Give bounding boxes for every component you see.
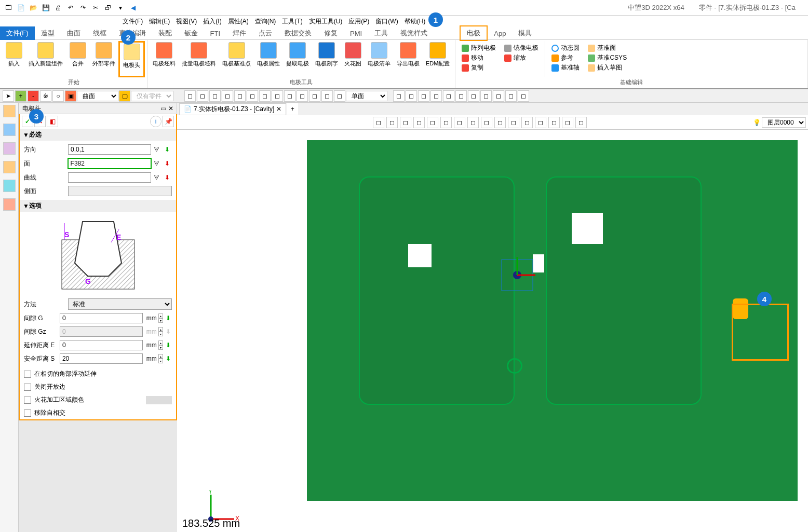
menu-edit[interactable]: 编辑(E) <box>146 17 173 26</box>
sidebar-box-icon[interactable] <box>3 161 16 173</box>
gapg-input[interactable] <box>60 313 143 323</box>
btn-copy[interactable]: 复制 <box>459 63 499 73</box>
v14-icon[interactable]: ◻ <box>548 117 560 128</box>
btn-extract[interactable]: 提取电极 <box>283 41 312 77</box>
spin-down[interactable]: ▾ <box>158 345 164 350</box>
t2-icon[interactable]: ◻ <box>197 90 208 102</box>
btn-dyncircle[interactable]: 动态圆 <box>548 43 583 53</box>
menu-window[interactable]: 窗口(W) <box>372 17 401 26</box>
v12-icon[interactable]: ◻ <box>521 117 533 128</box>
pick-icon[interactable]: ⬇ <box>163 173 172 182</box>
u6-icon[interactable]: ◻ <box>455 90 467 102</box>
panel-restore-icon[interactable]: ▭ <box>160 105 166 112</box>
v6-icon[interactable]: ◻ <box>440 117 452 128</box>
u10-icon[interactable]: ◻ <box>505 90 517 102</box>
menu-attr[interactable]: 属性(A) <box>225 17 252 26</box>
menu-help[interactable]: 帮助(H) <box>401 17 429 26</box>
v9-icon[interactable]: ◻ <box>481 117 492 128</box>
tab-close-icon[interactable]: ✕ <box>276 105 281 113</box>
curve-input[interactable] <box>68 172 151 183</box>
dropdown-icon[interactable]: ▾ <box>115 3 126 13</box>
pick-icon[interactable]: ⬇ <box>163 145 172 154</box>
btn-merge[interactable]: 合并 <box>66 41 89 77</box>
side-input[interactable] <box>68 186 172 196</box>
v15-icon[interactable]: ◻ <box>562 117 573 128</box>
t3-icon[interactable]: ◻ <box>209 90 221 102</box>
spin-up[interactable]: ▴ <box>158 313 164 318</box>
t1-icon[interactable]: ◻ <box>184 90 196 102</box>
dir-input[interactable] <box>68 144 151 155</box>
redo-icon[interactable]: ↷ <box>78 3 88 13</box>
btn-insert[interactable]: 插入 <box>2 41 25 77</box>
cut-icon[interactable]: ✂ <box>90 3 101 13</box>
btn-export[interactable]: 导出电极 <box>394 41 423 77</box>
tab-assy[interactable]: 装配 <box>152 26 178 40</box>
btn-blank[interactable]: 电极坯料 <box>150 41 179 77</box>
btn-axis[interactable]: 基准轴 <box>548 63 583 73</box>
tab-surface[interactable]: 曲面 <box>61 26 87 40</box>
panel-close-icon[interactable]: ✕ <box>168 105 173 112</box>
safe-input[interactable] <box>60 353 143 364</box>
check-remove[interactable] <box>24 410 31 417</box>
v1-icon[interactable]: ◻ <box>373 117 384 128</box>
btn-move[interactable]: 移动 <box>459 53 499 63</box>
section-options[interactable]: ▼ 选项 <box>20 200 176 212</box>
sidebar-chart-icon[interactable] <box>3 142 16 155</box>
apply-button[interactable]: ◧ <box>47 116 58 127</box>
gapgz-input[interactable] <box>60 326 143 337</box>
bulb-icon[interactable]: 💡 <box>753 119 761 126</box>
spin-down[interactable]: ▾ <box>158 332 164 336</box>
u5-icon[interactable]: ◻ <box>443 90 454 102</box>
check-color[interactable] <box>24 397 31 404</box>
t9-icon[interactable]: ◻ <box>284 90 295 102</box>
tab-shape[interactable]: 造型 <box>35 26 61 40</box>
v2-icon[interactable]: ◻ <box>386 117 398 128</box>
pick-icon[interactable]: ⬇ <box>164 340 172 350</box>
pick-icon[interactable]: ⬇ <box>163 159 172 168</box>
v7-icon[interactable]: ◻ <box>454 117 465 128</box>
sidebar-tree-icon[interactable] <box>3 124 16 136</box>
spin-up[interactable]: ▴ <box>158 327 164 332</box>
filter-select[interactable]: 曲面 <box>77 91 118 101</box>
back-icon[interactable]: ◀ <box>128 3 138 13</box>
save-icon[interactable]: 💾 <box>41 3 51 13</box>
menu-query[interactable]: 查询(N) <box>252 17 279 26</box>
spin-up[interactable]: ▴ <box>158 340 164 345</box>
chevron-icon[interactable]: ⩔ <box>153 159 162 168</box>
new-icon[interactable]: 📄 <box>16 3 26 13</box>
tab-pmi[interactable]: PMI <box>344 28 368 39</box>
menu-util[interactable]: 实用工具(U) <box>306 17 346 26</box>
u7-icon[interactable]: ◻ <box>468 90 479 102</box>
tab-mold[interactable]: 模具 <box>512 26 538 40</box>
u3-icon[interactable]: ◻ <box>418 90 429 102</box>
spin-down[interactable]: ▾ <box>158 318 164 323</box>
t11-icon[interactable]: ◻ <box>309 90 320 102</box>
t5-icon[interactable]: ◻ <box>234 90 246 102</box>
btn-attr[interactable]: 电极属性 <box>254 41 283 77</box>
v13-icon[interactable]: ◻ <box>535 117 546 128</box>
doc-tab[interactable]: 📄7.实体拆电极-01.Z3 - [Cavity]✕ <box>179 103 286 115</box>
ext-input[interactable] <box>60 340 143 350</box>
tab-fti[interactable]: FTI <box>204 28 227 39</box>
t12-icon[interactable]: ◻ <box>321 90 333 102</box>
btn-electrode-head[interactable]: 电极头 <box>118 41 145 77</box>
btn-plane[interactable]: 基准面 <box>585 43 630 53</box>
btn-ref[interactable]: 参考 <box>548 53 583 63</box>
pick-icon[interactable]: ⬇ <box>164 354 172 363</box>
cross-icon[interactable]: ※ <box>40 90 51 102</box>
menu-tools[interactable]: 工具(T) <box>279 17 305 26</box>
tab-tools2[interactable]: 工具 <box>368 26 394 40</box>
v8-icon[interactable]: ◻ <box>467 117 479 128</box>
v4-icon[interactable]: ◻ <box>413 117 425 128</box>
v10-icon[interactable]: ◻ <box>494 117 506 128</box>
u4-icon[interactable]: ◻ <box>430 90 442 102</box>
chevron-icon[interactable]: ⩔ <box>152 173 161 182</box>
menu-app[interactable]: 应用(P) <box>345 17 372 26</box>
v11-icon[interactable]: ◻ <box>508 117 519 128</box>
open-icon[interactable]: 📂 <box>28 3 38 13</box>
check-close[interactable] <box>24 384 31 391</box>
tab-app2[interactable]: App <box>488 28 512 39</box>
tab-sheet[interactable]: 钣金 <box>178 26 204 40</box>
btn-mirror[interactable]: 镜像电极 <box>501 43 542 53</box>
sidebar-user-icon[interactable] <box>3 198 16 211</box>
